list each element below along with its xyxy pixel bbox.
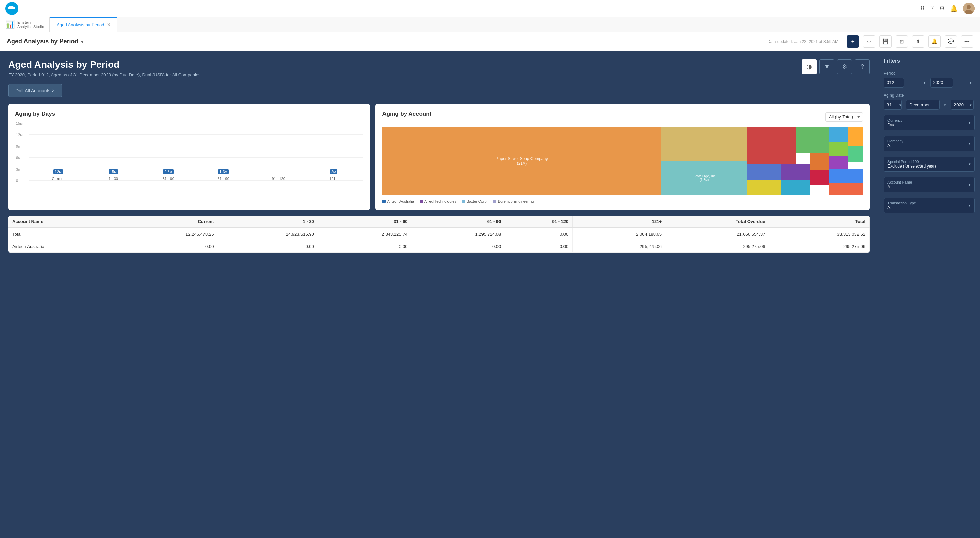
- aging-month-select[interactable]: December: [906, 100, 940, 110]
- aging-day-select[interactable]: 31: [884, 100, 902, 110]
- period-value-select[interactable]: 012: [884, 78, 904, 88]
- treemap-cell-red[interactable]: [747, 127, 795, 164]
- treemap-cell-extra1[interactable]: [829, 156, 848, 169]
- filter-mode-button[interactable]: ✦: [846, 35, 859, 48]
- filter-aging-date: Aging Date 31 December 2020: [884, 93, 975, 110]
- dashboard-subtitle: FY 2020, Period 012, Aged as of 31 Decem…: [8, 72, 870, 77]
- transaction-type-dropdown[interactable]: Transaction Type All ▾: [884, 198, 975, 213]
- data-table-card: Account Name Current 1 - 30 31 - 60 61 -…: [8, 216, 870, 253]
- bar-91-120: 91 - 120: [253, 176, 305, 181]
- treemap-cell-blue-sm[interactable]: [747, 164, 781, 180]
- treemap-cell-yellow-sm[interactable]: [747, 180, 781, 195]
- aging-by-account-card: Aging by Account All (by Total) Paper St…: [375, 104, 870, 210]
- bar-61-90-xlabel: 61 - 90: [218, 177, 229, 181]
- treemap-legend: Airtech Australia Allied Technologies Ba…: [382, 199, 863, 203]
- currency-content: Currency Dual: [888, 118, 903, 127]
- transaction-type-chevron-icon: ▾: [969, 203, 971, 208]
- special-period-value: Exclude (for selected year): [888, 164, 936, 169]
- bar-current-label: 12м: [53, 169, 63, 174]
- legend-dot-boremco: [493, 200, 496, 203]
- theme-toggle-button[interactable]: ◑: [802, 59, 817, 74]
- dashboard-header: Aged Analysis by Period FY 2020, Period …: [8, 59, 870, 77]
- charts-row: Aging by Days 15м 12м 9м 6м 3м 0: [8, 104, 870, 210]
- notification-button[interactable]: 🔔: [928, 35, 940, 48]
- settings-icon[interactable]: ⚙: [939, 5, 945, 12]
- treemap-cell-extra3[interactable]: [848, 146, 862, 163]
- table-row[interactable]: Total 12,246,478.25 14,923,515.90 2,843,…: [8, 228, 870, 240]
- save-button[interactable]: 💾: [879, 35, 891, 48]
- notifications-icon[interactable]: 🔔: [950, 5, 958, 12]
- special-period-dropdown[interactable]: Special Period 100 Exclude (for selected…: [884, 156, 975, 172]
- nav-right: ⠿ ? ⚙ 🔔: [920, 3, 975, 14]
- tab-close-button[interactable]: ✕: [107, 22, 110, 27]
- drill-all-accounts-button[interactable]: Drill All Accounts >: [8, 84, 62, 97]
- legend-dot-baxter: [462, 200, 465, 203]
- filter-icon-button[interactable]: ▼: [819, 59, 834, 74]
- special-period-chevron-icon: ▾: [969, 162, 971, 166]
- legend-airtech: Airtech Australia: [382, 199, 414, 203]
- company-dropdown[interactable]: Company All ▾: [884, 136, 975, 151]
- treemap-cell-teal-sm[interactable]: [781, 180, 810, 195]
- bar-current: 12м Current: [32, 176, 84, 181]
- company-label: Company: [888, 139, 904, 143]
- more-button[interactable]: •••: [961, 35, 973, 48]
- treemap-cell-orange-sm[interactable]: [810, 153, 829, 170]
- cell-total-overdue: 21,066,554.37: [666, 228, 769, 240]
- treemap-cell-green[interactable]: [795, 127, 829, 153]
- help-dash-button[interactable]: ?: [855, 59, 870, 74]
- grid-icon[interactable]: ⠿: [920, 5, 925, 12]
- special-period-label: Special Period 100: [888, 160, 936, 164]
- bar-1-30-label: 15м: [108, 169, 118, 174]
- treemap-cell-darkred-sm[interactable]: [810, 170, 829, 185]
- treemap-cell-2[interactable]: [661, 127, 748, 161]
- aging-year-wrapper: 2020: [951, 100, 975, 110]
- col-31-60: 31 - 60: [318, 216, 412, 228]
- avatar[interactable]: [963, 3, 975, 14]
- comment-button[interactable]: 💬: [945, 35, 957, 48]
- cell-airtech-total: 295,275.06: [769, 240, 870, 253]
- legend-boremco: Boremco Engineering: [493, 199, 534, 203]
- cell-airtech-d90: 0.00: [412, 240, 505, 253]
- period-year-wrapper: 2020: [930, 78, 975, 88]
- edit-button[interactable]: ✏: [863, 35, 875, 48]
- account-name-dropdown[interactable]: Account Name All ▾: [884, 177, 975, 192]
- currency-dropdown[interactable]: Currency Dual ▾: [884, 115, 975, 131]
- salesforce-logo[interactable]: [5, 2, 18, 15]
- home-tab-label: Einstein Analytics Studio: [18, 21, 44, 29]
- help-icon[interactable]: ?: [930, 5, 934, 12]
- period-year-select[interactable]: 2020: [930, 78, 953, 88]
- treemap-cell-extra5[interactable]: [829, 182, 862, 195]
- treemap-cell-purple-sm[interactable]: [781, 164, 810, 180]
- treemap[interactable]: Paper Street Soap Company(21м) DataSurge…: [382, 127, 863, 195]
- treemap-cell-extra4[interactable]: [829, 169, 862, 183]
- cell-airtech-current: 0.00: [118, 240, 218, 253]
- home-tab[interactable]: 📊 Einstein Analytics Studio: [0, 17, 50, 32]
- cell-airtech-d120: 0.00: [505, 240, 573, 253]
- cell-total-current: 12,246,478.25: [118, 228, 218, 240]
- filter-company: Company All ▾: [884, 136, 975, 151]
- svg-point-1: [967, 5, 971, 9]
- company-content: Company All: [888, 139, 904, 148]
- currency-chevron-icon: ▾: [969, 121, 971, 125]
- cell-total-total: 33,313,032.62: [769, 228, 870, 240]
- cell-airtech-d60: 0.00: [318, 240, 412, 253]
- share-button[interactable]: ⬆: [912, 35, 924, 48]
- filter-currency: Currency Dual ▾: [884, 115, 975, 131]
- treemap-cell-extra2[interactable]: [848, 127, 862, 146]
- table-row[interactable]: Airtech Australia 0.00 0.00 0.00 0.00 0.…: [8, 240, 870, 253]
- legend-label-airtech: Airtech Australia: [387, 199, 414, 203]
- settings-dash-button[interactable]: ⚙: [837, 59, 852, 74]
- preview-button[interactable]: ⊡: [896, 35, 908, 48]
- treemap-cell-paper-street[interactable]: Paper Street Soap Company(21м): [382, 127, 661, 195]
- account-name-label: Account Name: [888, 180, 912, 184]
- dashboard-icon-buttons: ◑ ▼ ⚙ ?: [802, 59, 870, 74]
- toolbar-title: Aged Analysis by Period: [7, 38, 78, 45]
- bar-31-60-xlabel: 31 - 60: [163, 177, 174, 181]
- treemap-cell-datasurge[interactable]: DataSurge, Inc(1.3м): [661, 161, 748, 195]
- data-updated-text: Data updated: Jan 22, 2021 at 3:59 AM: [767, 39, 838, 44]
- aging-account-dropdown[interactable]: All (by Total): [825, 112, 863, 121]
- toolbar-dropdown-icon[interactable]: ▾: [81, 39, 83, 44]
- active-tab[interactable]: Aged Analysis by Period ✕: [50, 17, 118, 32]
- aging-year-select[interactable]: 2020: [951, 100, 974, 110]
- bar-61-90-label: 1.3м: [218, 169, 229, 174]
